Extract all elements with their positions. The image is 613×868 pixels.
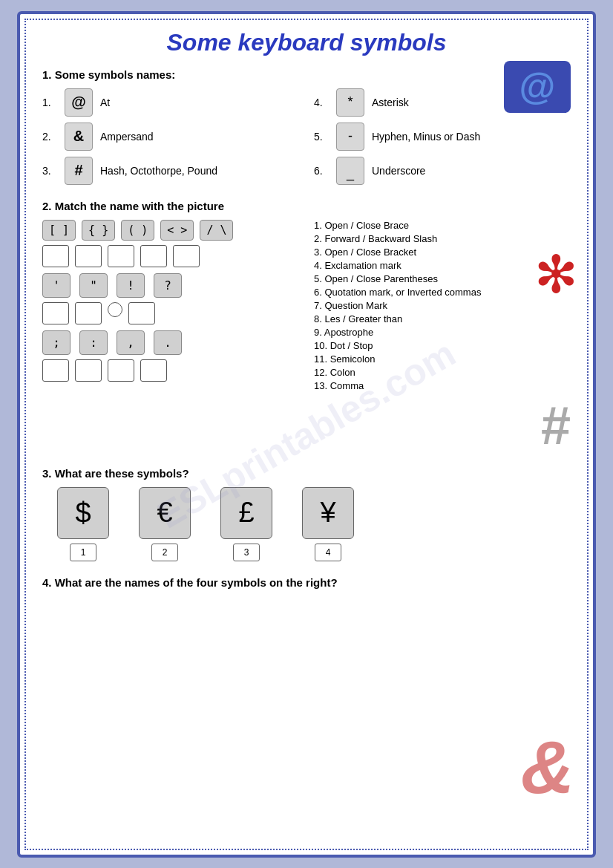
answer-box-6[interactable] (42, 302, 69, 324)
deco-hash-icon: # (541, 399, 571, 452)
symbol-name-at: At (100, 97, 110, 108)
section3-label: 3. What are these symbols? (42, 467, 571, 480)
match-item-10: 10. Dot / Stop (314, 340, 571, 351)
symbol-row-3: 3. # Hash, Octothorpe, Pound (42, 157, 299, 185)
match-right: 1. Open / Close Brace 2. Forward / Backw… (314, 220, 571, 452)
yen-num: 4 (315, 544, 341, 561)
answer-box-12[interactable] (108, 359, 134, 382)
sym-paren: ( ) (121, 220, 154, 241)
sym-quote: " (79, 273, 108, 298)
symbol-row-1: 1. @ At (42, 88, 299, 117)
match-item-1: 1. Open / Close Brace (314, 220, 571, 231)
section4: 4. What are the names of the four symbol… (42, 576, 571, 589)
match-item-3: 3. Open / Close Bracket (314, 247, 571, 258)
match-item-7: 7. Question Mark (314, 300, 571, 311)
answer-row-1 (42, 245, 299, 267)
symbol-asterisk: * (336, 88, 364, 117)
section4-label: 4. What are the names of the four symbol… (42, 576, 571, 589)
at-badge: @ (504, 61, 571, 113)
match-item-5: 5. Open / Close Parentheses (314, 273, 571, 284)
symbol-amp: & (65, 123, 93, 151)
currency-dollar: $ 1 (57, 487, 109, 561)
answer-box-9[interactable] (128, 302, 155, 324)
pound-num: 3 (233, 544, 260, 561)
euro-num: 2 (151, 544, 178, 561)
answer-box-11[interactable] (75, 359, 102, 382)
main-page: ESLprintables.com Some keyboard symbols … (17, 11, 596, 858)
yen-box: ¥ (302, 487, 354, 539)
match-item-8: 8. Les / Greater than (314, 313, 571, 324)
match-item-9: 9. Apostrophe (314, 327, 571, 338)
deco-amp-icon: & (521, 725, 574, 810)
euro-box: € (139, 487, 191, 539)
match-item-11: 11. Semicolon (314, 353, 571, 365)
symbol-row-2: 2. & Ampersand (42, 123, 299, 151)
section1-label: 1. Some symbols names: (42, 68, 571, 81)
match-item-6: 6. Quotation mark, or Inverted commas (314, 287, 571, 298)
answer-box-4[interactable] (140, 245, 167, 267)
answer-box-3[interactable] (108, 245, 134, 267)
symbol-name-underscore: Underscore (372, 165, 425, 177)
symbol-at: @ (65, 88, 93, 117)
symbol-num-4: 4. (314, 97, 329, 108)
sym-slash: / \ (200, 220, 233, 241)
sym-question: ? (154, 273, 182, 298)
sym-exclaim: ! (117, 273, 145, 298)
symbol-num-5: 5. (314, 131, 329, 143)
deco-asterisk-icon: ✻ (534, 244, 578, 305)
answer-box-10[interactable] (42, 359, 69, 382)
symbol-row-6: 6. _ Underscore (314, 157, 571, 185)
answer-box-2[interactable] (75, 245, 102, 267)
punct-group-row1: ' " ! ? (42, 273, 299, 298)
answer-box-5[interactable] (173, 245, 200, 267)
symbol-hash: # (65, 157, 93, 185)
sym-apostrophe: ' (42, 273, 71, 298)
deco-hash-area: # (314, 399, 571, 452)
symbol-num-6: 6. (314, 165, 329, 177)
section3: 3. What are these symbols? $ 1 € 2 £ 3 ¥… (42, 467, 571, 561)
symbol-name-hash: Hash, Octothorpe, Pound (100, 165, 217, 177)
match-item-12: 12. Colon (314, 367, 571, 378)
punct-group-row2: ; : , . (42, 330, 299, 355)
currency-row: $ 1 € 2 £ 3 ¥ 4 (57, 487, 571, 561)
dollar-box: $ (57, 487, 109, 539)
dollar-num: 1 (70, 544, 96, 561)
answer-row-3 (42, 359, 299, 382)
sym-semicolon: ; (42, 330, 71, 355)
symbols-grid: 1. @ At 2. & Ampersand 3. # Hash, Octoth… (42, 88, 571, 185)
match-item-2: 2. Forward / Backward Slash (314, 233, 571, 244)
sym-angle: < > (160, 220, 194, 241)
symbol-col-left: 1. @ At 2. & Ampersand 3. # Hash, Octoth… (42, 88, 299, 185)
symbol-name-asterisk: Asterisk (372, 97, 409, 108)
match-item-13: 13. Comma (314, 380, 571, 391)
match-item-4: 4. Exclamation mark (314, 260, 571, 271)
sym-brace: { } (82, 220, 115, 241)
pound-box: £ (220, 487, 272, 539)
symbol-num-3: 3. (42, 165, 57, 177)
symbol-hyphen: - (336, 123, 364, 151)
symbol-underscore: _ (336, 157, 364, 185)
currency-euro: € 2 (139, 487, 191, 561)
sym-dot: . (154, 330, 182, 355)
answer-box-13[interactable] (140, 359, 167, 382)
section2: 2. Match the name with the picture [ ] {… (42, 200, 571, 452)
symbol-row-5: 5. - Hyphen, Minus or Dash (314, 123, 571, 151)
sym-square-bracket: [ ] (42, 220, 76, 241)
answer-row-2 (42, 302, 299, 324)
answer-box-7[interactable] (75, 302, 102, 324)
section2-label: 2. Match the name with the picture (42, 200, 571, 212)
symbol-group-row1: [ ] { } ( ) < > / \ (42, 220, 299, 241)
symbol-name-hyphen: Hyphen, Minus or Dash (372, 131, 480, 143)
match-container: [ ] { } ( ) < > / \ ' " (42, 220, 571, 452)
page-title: Some keyboard symbols (42, 29, 571, 56)
symbol-num-2: 2. (42, 131, 57, 143)
symbol-num-1: 1. (42, 97, 57, 108)
symbol-name-amp: Ampersand (100, 131, 154, 143)
answer-box-1[interactable] (42, 245, 69, 267)
section1: 1. Some symbols names: @ 1. @ At 2. & Am… (42, 68, 571, 185)
match-left: [ ] { } ( ) < > / \ ' " (42, 220, 299, 452)
currency-pound: £ 3 (220, 487, 272, 561)
sym-comma: , (117, 330, 145, 355)
answer-box-8[interactable] (108, 302, 122, 317)
sym-colon: : (79, 330, 108, 355)
